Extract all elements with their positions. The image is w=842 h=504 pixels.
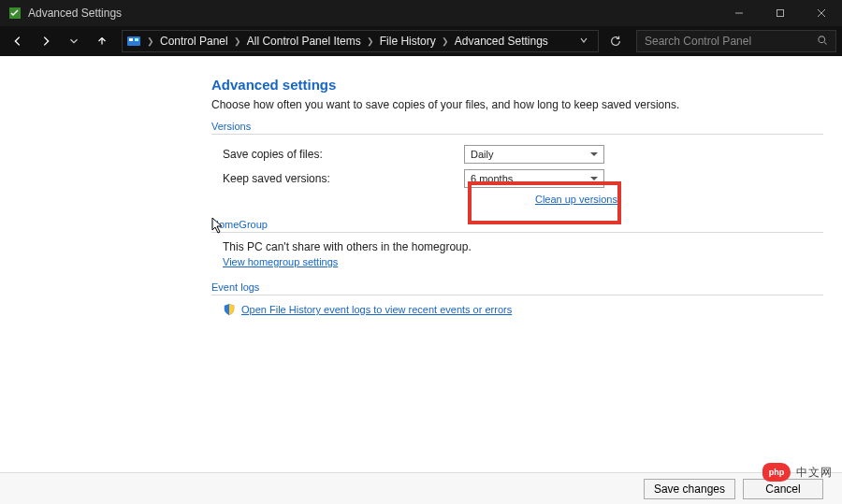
svg-rect-2 bbox=[777, 10, 784, 17]
save-changes-button[interactable]: Save changes bbox=[644, 479, 735, 499]
breadcrumb[interactable]: ❯ Control Panel ❯ All Control Panel Item… bbox=[122, 30, 599, 52]
breadcrumb-item[interactable]: Advanced Settings bbox=[451, 35, 552, 48]
search-placeholder: Search Control Panel bbox=[645, 35, 751, 48]
chevron-down-icon[interactable] bbox=[573, 35, 594, 48]
maximize-button[interactable] bbox=[760, 0, 801, 26]
breadcrumb-item[interactable]: Control Panel bbox=[156, 35, 232, 48]
svg-point-8 bbox=[819, 36, 825, 42]
watermark-text: 中文网 bbox=[796, 465, 833, 481]
svg-rect-6 bbox=[129, 38, 133, 41]
breadcrumb-item[interactable]: File History bbox=[376, 35, 440, 48]
section-header-homegroup: HomeGroup bbox=[211, 219, 823, 233]
breadcrumb-item[interactable]: All Control Panel Items bbox=[243, 35, 365, 48]
keep-versions-row: Keep saved versions: 6 months bbox=[211, 166, 823, 191]
recent-locations-button[interactable] bbox=[62, 29, 86, 53]
section-header-versions: Versions bbox=[211, 121, 823, 135]
window-title: Advanced Settings bbox=[28, 7, 122, 20]
chevron-right-icon[interactable]: ❯ bbox=[365, 36, 376, 46]
open-event-logs-link[interactable]: Open File History event logs to view rec… bbox=[241, 304, 512, 315]
search-icon bbox=[817, 35, 828, 49]
homegroup-body: This PC can't share with others in the h… bbox=[211, 240, 823, 253]
save-copies-label: Save copies of files: bbox=[211, 148, 464, 161]
page-title: Advanced settings bbox=[211, 77, 823, 93]
shield-icon bbox=[223, 303, 236, 316]
watermark: php 中文网 bbox=[762, 463, 833, 482]
close-button[interactable] bbox=[801, 0, 842, 26]
svg-rect-7 bbox=[135, 38, 138, 41]
keep-versions-select[interactable]: 6 months bbox=[464, 169, 604, 188]
page-instruction: Choose how often you want to save copies… bbox=[211, 98, 823, 111]
chevron-right-icon[interactable]: ❯ bbox=[145, 36, 156, 46]
chevron-right-icon[interactable]: ❯ bbox=[232, 36, 243, 46]
control-panel-icon bbox=[126, 34, 141, 49]
search-input[interactable]: Search Control Panel bbox=[636, 30, 836, 52]
save-copies-row: Save copies of files: Daily bbox=[211, 142, 823, 166]
svg-line-9 bbox=[824, 42, 826, 44]
section-header-eventlogs: Event logs bbox=[211, 281, 823, 295]
chevron-right-icon[interactable]: ❯ bbox=[440, 36, 451, 46]
title-bar: Advanced Settings bbox=[0, 0, 842, 26]
cleanup-versions-link[interactable]: Clean up versions bbox=[535, 194, 617, 205]
app-icon bbox=[7, 6, 22, 21]
refresh-button[interactable] bbox=[602, 35, 629, 48]
up-button[interactable] bbox=[90, 29, 114, 53]
forward-button[interactable] bbox=[34, 29, 58, 53]
watermark-logo: php bbox=[762, 463, 791, 482]
bottom-bar: Save changes Cancel bbox=[0, 472, 842, 504]
keep-versions-label: Keep saved versions: bbox=[211, 172, 464, 185]
nav-bar: ❯ Control Panel ❯ All Control Panel Item… bbox=[0, 26, 842, 56]
content-area: Advanced settings Choose how often you w… bbox=[0, 56, 842, 504]
save-copies-select[interactable]: Daily bbox=[464, 145, 604, 164]
window-controls bbox=[719, 0, 842, 26]
minimize-button[interactable] bbox=[719, 0, 760, 26]
back-button[interactable] bbox=[6, 29, 30, 53]
homegroup-settings-link[interactable]: View homegroup settings bbox=[223, 256, 338, 267]
